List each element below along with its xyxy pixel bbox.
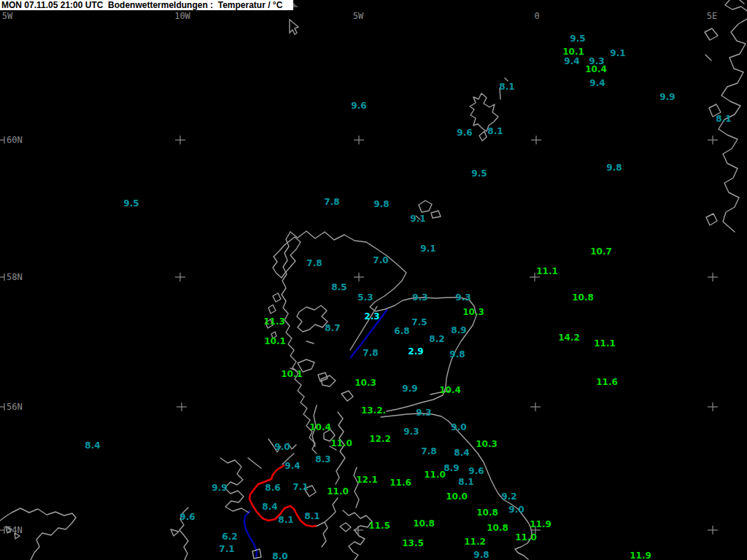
station-temp: 7.1 — [219, 544, 234, 554]
station-temp: 9.2 — [501, 491, 516, 502]
station-temp: 10.3 — [476, 439, 498, 449]
station-temp: 8.4 — [262, 502, 277, 512]
station-temp: 6.2 — [222, 532, 237, 542]
station-temp: 11.3 — [263, 316, 285, 327]
station-temp: 9.8 — [374, 199, 389, 209]
station-temp: 13.2. — [361, 405, 386, 416]
station-temp: 2.9 — [408, 346, 423, 357]
station-temp: 10.0 — [446, 491, 468, 502]
station-temp: 9.1 — [420, 244, 436, 254]
station-temp: 8.1 — [487, 126, 503, 136]
station-temp: 8.1 — [304, 511, 320, 521]
station-temp: 9.3 — [455, 292, 471, 303]
station-temp: 10.8 — [572, 292, 594, 303]
station-temp: 10.8 — [413, 518, 435, 529]
longitude-label: 0 — [534, 11, 539, 21]
station-temp: 10.1 — [281, 369, 303, 379]
station-temp: 10.4 — [585, 64, 607, 74]
station-temp: 11.6 — [596, 377, 618, 387]
station-temp: 11.0 — [330, 438, 352, 448]
station-temp: 9.5 — [123, 198, 139, 209]
station-temp: 9.8 — [449, 349, 465, 359]
station-temp: 10.4 — [309, 422, 331, 432]
station-temp: 9.0 — [451, 422, 466, 432]
station-temp: 8.4 — [454, 448, 469, 458]
station-temp: 7.8 — [324, 197, 339, 207]
station-temp: 8.1 — [716, 114, 731, 124]
station-temp: 8.7 — [325, 323, 340, 333]
station-temp: 10.7 — [590, 246, 612, 257]
station-temp: 10.1 — [264, 336, 286, 346]
station-temp: 11.9 — [630, 551, 651, 560]
station-temp: 9.6 — [179, 512, 195, 522]
station-temp: 10.8 — [476, 508, 498, 518]
station-temp: 7.8 — [306, 258, 322, 268]
station-temp: 10.1 — [562, 47, 584, 57]
station-temp: 9.0 — [508, 505, 524, 515]
latitude-label: 56N — [7, 402, 23, 412]
station-temp: 8.6 — [265, 483, 280, 493]
station-temp: 8.1 — [499, 82, 514, 92]
station-temp: 9.5 — [570, 34, 585, 44]
station-temp: 12.1 — [356, 475, 378, 485]
island-skye — [297, 306, 328, 332]
station-temp: 11.1 — [594, 338, 616, 349]
station-temp: 14.2 — [558, 332, 580, 343]
station-temp: 9.9 — [402, 384, 417, 394]
station-temp: 9.8 — [473, 550, 489, 560]
station-temp: 9.6 — [457, 128, 472, 138]
station-temp: 8.9 — [451, 325, 466, 335]
station-temp: 8.9 — [444, 463, 459, 473]
station-temp: 10.4 — [439, 385, 461, 395]
station-temp: 5.3 — [357, 292, 373, 303]
station-temp: 9.6 — [468, 466, 484, 476]
station-temp: 8.2 — [429, 334, 444, 344]
station-temp: 2.3 — [364, 311, 379, 322]
cold-front-irish-sea — [244, 510, 257, 559]
station-temp: 10.3 — [462, 307, 484, 317]
station-temp: 11.0 — [515, 532, 537, 542]
station-temp: 9.4 — [589, 78, 605, 88]
station-temp: 8.1 — [278, 515, 293, 525]
station-temp: 9.5 — [471, 168, 487, 179]
latitude-label: 60N — [7, 135, 23, 145]
station-temp: 11.9 — [530, 519, 551, 529]
station-temp: 8.1 — [458, 477, 473, 487]
station-temp: 7.1 — [293, 482, 308, 492]
longitude-label: 5W — [353, 11, 363, 21]
station-temp: 7.0 — [373, 255, 388, 265]
latitude-label: 54N — [7, 525, 23, 535]
longitude-label: 10W — [174, 11, 190, 21]
station-temp: 11.6 — [390, 478, 411, 488]
station-temp: 13.5 — [402, 538, 424, 548]
station-temp: 11.0 — [327, 486, 349, 497]
station-temp: 10.3 — [355, 378, 376, 388]
station-temp: 9.1 — [610, 48, 625, 58]
station-temp: 12.2 — [369, 434, 391, 444]
station-temp: 7.8 — [363, 348, 378, 358]
station-temp: 9.1 — [410, 214, 425, 224]
station-temp: 11.2 — [464, 537, 486, 547]
station-temp: 7.5 — [411, 317, 427, 327]
station-temp: 10.8 — [487, 523, 508, 533]
station-temp: 9.3 — [416, 408, 431, 418]
station-temp: 9.3 — [403, 427, 419, 437]
latitude-label: 58N — [7, 272, 23, 282]
station-temp: 7.8 — [421, 446, 436, 456]
longitude-label: 5W — [2, 11, 12, 21]
window-title: MON 07.11.05 21:00 UTC Bodenwettermeldun… — [0, 0, 293, 10]
island-uists — [266, 293, 281, 338]
station-temp: 8.3 — [315, 454, 330, 464]
station-temp: 8.4 — [85, 440, 100, 451]
station-temp: 6.8 — [394, 326, 409, 336]
station-temp: 9.6 — [351, 101, 366, 111]
station-temp: 9.4 — [285, 461, 300, 471]
station-temp: 8.0 — [272, 551, 287, 560]
station-temp: 9.9 — [659, 92, 675, 102]
station-temp: 9.4 — [564, 56, 579, 66]
station-temp: 11.1 — [536, 266, 558, 276]
station-temp: 9.0 — [274, 442, 290, 452]
station-temp: 8.5 — [331, 282, 347, 292]
longitude-label: 5E — [707, 11, 717, 21]
weather-map-window: 5W10W5W05E60N58N56N54N 9.510.19.49.310.4… — [0, 0, 747, 560]
